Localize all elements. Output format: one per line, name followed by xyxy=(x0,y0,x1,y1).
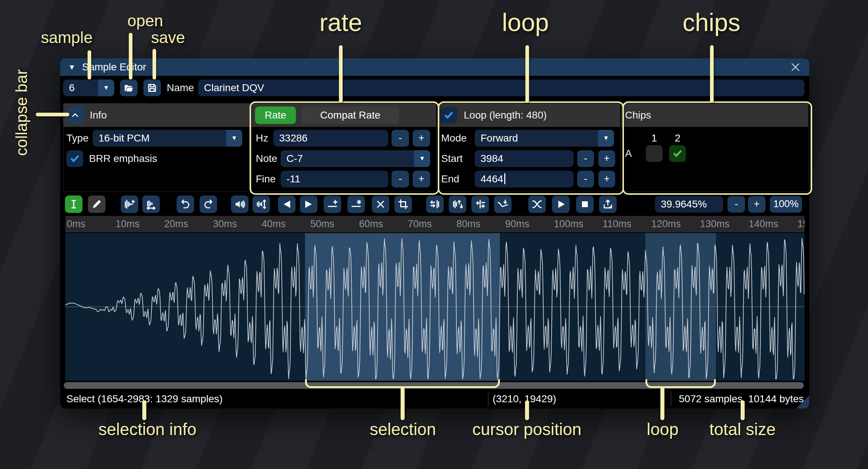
crossfade-button[interactable] xyxy=(528,195,546,213)
annotation-line-chips xyxy=(710,45,714,103)
timeline-ruler[interactable]: 0ms10ms20ms30ms40ms50ms60ms70ms80ms90ms1… xyxy=(65,216,805,232)
save-button[interactable] xyxy=(143,80,161,96)
ruler-tick: 10ms xyxy=(116,216,140,232)
brr-emphasis-label: BRR emphasis xyxy=(89,150,157,167)
ruler-tick: 100ms xyxy=(554,216,583,232)
pencil-icon xyxy=(91,198,103,210)
trim-button[interactable] xyxy=(394,195,412,213)
undo-button[interactable] xyxy=(177,195,194,213)
resize-button[interactable] xyxy=(121,195,138,213)
delete-button[interactable] xyxy=(372,195,389,213)
signed-unsigned-button[interactable] xyxy=(471,195,489,213)
type-value: 16-bit PCM xyxy=(93,130,155,147)
info-header-label: Info xyxy=(90,104,107,127)
invert-icon xyxy=(452,198,463,210)
annotation-chips: chips xyxy=(683,8,741,36)
ruler-tick: 50ms xyxy=(310,216,335,232)
brr-emphasis-checkbox[interactable] xyxy=(66,150,83,167)
annotation-loop-marker: loop xyxy=(647,419,679,439)
type-label: Type xyxy=(66,130,89,147)
window-collapse-icon[interactable]: ▼ xyxy=(68,58,76,76)
annotation-line-sample xyxy=(88,50,91,80)
annotation-line-total-size xyxy=(741,400,745,420)
stop-preview-button[interactable] xyxy=(576,195,594,213)
fade-left-icon xyxy=(281,198,293,210)
upload-icon xyxy=(602,198,614,210)
annotation-collapse-bar: collapse bar xyxy=(12,69,31,156)
chevron-down-icon: ▼ xyxy=(226,130,242,147)
desktop-background: ▼ Sample Editor 6 ▼ Name Clarinet DQV In… xyxy=(0,0,868,469)
volume-icon xyxy=(234,198,246,210)
waveform-display[interactable] xyxy=(65,233,805,381)
annotation-sample: sample xyxy=(41,28,93,47)
annotation-line-save xyxy=(153,49,156,80)
ruler-tick: 90ms xyxy=(505,216,529,232)
window-resize-grip[interactable] xyxy=(796,395,809,408)
ruler-tick: 0ms xyxy=(67,216,85,232)
fade-in-button[interactable] xyxy=(278,195,296,213)
reverse-button[interactable] xyxy=(426,195,444,213)
ruler-tick: 40ms xyxy=(262,216,286,232)
stop-icon xyxy=(579,198,591,210)
waveform-path xyxy=(65,238,804,379)
name-label: Name xyxy=(167,80,194,96)
invert-button[interactable] xyxy=(449,195,466,213)
zoom-reset-button[interactable]: 100% xyxy=(770,196,802,213)
annotation-line-collapse-bar xyxy=(36,113,69,116)
window-titlebar[interactable]: ▼ Sample Editor xyxy=(60,58,809,76)
annotation-box-chips xyxy=(622,101,812,195)
sample-number: 6 xyxy=(63,80,81,96)
status-bar: Select (1654-2983: 1329 samples) (3210, … xyxy=(60,389,809,408)
redo-button[interactable] xyxy=(200,195,217,213)
wave-amp-icon xyxy=(255,198,267,210)
window-title: Sample Editor xyxy=(82,61,146,73)
open-button[interactable] xyxy=(120,80,138,96)
draw-tool-button[interactable] xyxy=(88,195,105,213)
zoom-input[interactable]: 39.9645% xyxy=(655,196,723,213)
annotation-open: open xyxy=(127,12,163,30)
annotation-loop: loop xyxy=(502,8,549,36)
annotation-rate: rate xyxy=(319,8,362,36)
ruler-tick: 20ms xyxy=(164,216,188,232)
annotation-selection: selection xyxy=(370,419,436,439)
wave-add-icon xyxy=(124,198,135,210)
fade-out-button[interactable] xyxy=(300,195,317,213)
save-floppy-icon xyxy=(147,82,158,93)
redo-icon xyxy=(202,198,214,210)
ruler-tick: 130ms xyxy=(700,216,730,232)
filter-button[interactable] xyxy=(494,195,512,213)
zoom-in-button[interactable]: + xyxy=(748,196,765,213)
resample-button[interactable] xyxy=(142,195,160,213)
sign-icon xyxy=(474,198,486,210)
ruler-tick: 80ms xyxy=(456,216,481,232)
annotation-cursor-position: cursor position xyxy=(472,419,581,439)
ruler-tick: 70ms xyxy=(408,216,432,232)
crossfade-icon xyxy=(531,198,543,210)
amplify-button[interactable] xyxy=(231,195,248,213)
annotation-line-open xyxy=(129,33,132,80)
close-icon[interactable] xyxy=(790,61,801,73)
line-plus-icon xyxy=(327,198,338,210)
ruler-tick: 60ms xyxy=(359,216,383,232)
apply-silence-button[interactable] xyxy=(347,195,365,213)
annotation-line-cursor-position xyxy=(525,400,529,420)
annotation-selection-info: selection info xyxy=(99,419,197,439)
type-dropdown[interactable]: 16-bit PCM ▼ xyxy=(93,130,242,147)
insert-silence-button[interactable] xyxy=(324,195,341,213)
select-tool-button[interactable] xyxy=(65,195,82,213)
normalize-button[interactable] xyxy=(252,195,270,213)
undo-icon xyxy=(180,198,191,210)
annotation-box-rate xyxy=(250,101,439,195)
ibeam-icon xyxy=(68,198,80,210)
annotation-line-selection xyxy=(401,387,405,420)
info-panel: Info Type 16-bit PCM ▼ BRR emphasis xyxy=(63,103,252,191)
ruler-tick: 140ms xyxy=(749,216,778,232)
zoom-out-button[interactable]: - xyxy=(728,196,745,213)
sample-selector[interactable]: 6 ▼ xyxy=(63,80,114,96)
waveform-plot xyxy=(65,233,805,381)
preview-button[interactable] xyxy=(552,195,570,213)
ruler-tick: 30ms xyxy=(213,216,237,232)
ruler-tick: 120ms xyxy=(651,216,681,232)
annotation-box-loop xyxy=(438,101,624,195)
import-button[interactable] xyxy=(599,195,617,213)
